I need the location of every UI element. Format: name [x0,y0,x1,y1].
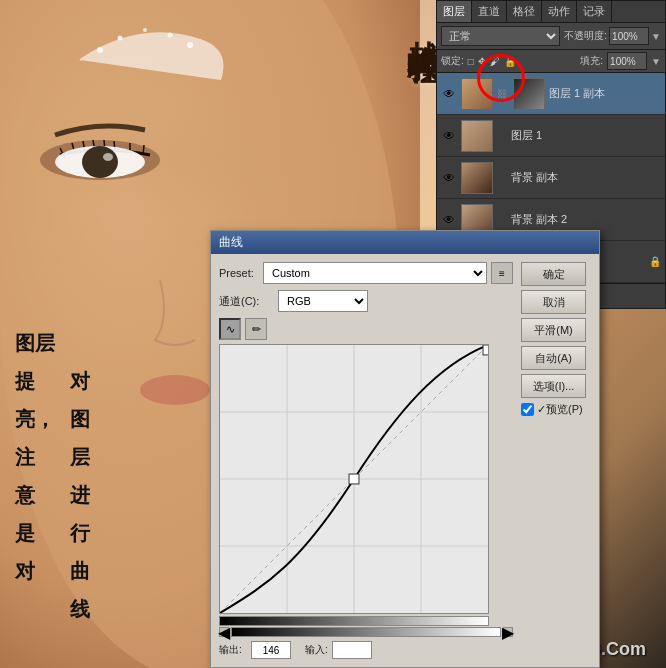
left-text: 图层 提亮，注意是对 对图层进行曲线 [15,324,90,628]
tab-actions[interactable]: 动作 [542,1,577,22]
output-gradient-row: ◀ ▶ [219,627,513,637]
output-label: 输出: [219,643,247,657]
output-gradient-handle-right[interactable]: ▶ [503,627,513,637]
gradient-bars [219,616,513,626]
lock-icon-move[interactable]: ✥ [478,56,486,67]
svg-point-10 [187,42,193,48]
lock-label: 锁定: [441,54,464,68]
tab-history[interactable]: 记录 [577,1,612,22]
curve-pencil-btn[interactable]: ✏ [245,318,267,340]
layer-eye-copy1[interactable]: 👁 [441,86,457,102]
layer-lock-icon: 🔒 [649,256,661,267]
svg-rect-73 [483,345,488,355]
curves-body: Preset: Custom ≡ 通道(C): RGB ∿ ✏ [211,254,599,667]
output-gradient [231,627,501,637]
curves-right: 确定 取消 平滑(M) 自动(A) 选项(I)... ✓预览(P) [521,262,591,659]
svg-point-3 [82,146,118,178]
layer-thumb-bg-copy [461,162,493,194]
channel-label: 通道(C): [219,294,274,309]
preset-row: Preset: Custom ≡ [219,262,513,284]
preset-label: Preset: [219,267,259,279]
opacity-input[interactable] [609,27,649,45]
left-text-line1: 图层 [15,324,90,362]
curve-edit-btn[interactable]: ∿ [219,318,241,340]
confirm-button[interactable]: 确定 [521,262,586,286]
cancel-button[interactable]: 取消 [521,290,586,314]
svg-point-5 [140,375,210,405]
fill-label: 填充: [580,54,603,68]
output-gradient-handle-left[interactable]: ◀ [219,627,229,637]
curves-left: Preset: Custom ≡ 通道(C): RGB ∿ ✏ [219,262,513,659]
preview-checkbox-row: ✓预览(P) [521,402,591,417]
channel-select[interactable]: RGB [278,290,368,312]
curves-graph[interactable] [219,344,489,614]
layer-item-copy1[interactable]: 👁 ⛓ 图层 1 副本 [437,73,665,115]
input-label: 输入: [305,643,328,657]
fill-lock-row: 锁定: □ ✥ 🖌 🔒 填充: ▼ [437,50,665,73]
svg-point-7 [118,36,123,41]
output-value[interactable]: 146 [251,641,291,659]
layer-name-copy1: 图层 1 副本 [549,86,661,101]
layer-eye-bg-copy2[interactable]: 👁 [441,212,457,228]
opacity-control: 不透明度: ▼ [564,27,661,45]
chinese-title: 越峰教程 [345,15,445,35]
layer-thumb-1 [461,120,493,152]
lock-icon-paint[interactable]: 🖌 [490,56,500,67]
curve-tools: ∿ ✏ [219,318,513,340]
curves-svg [220,345,488,613]
layer-item-bg-copy[interactable]: 👁 背景 副本 [437,157,665,199]
options-button[interactable]: 选项(I)... [521,374,586,398]
layer-item-1[interactable]: 👁 图层 1 [437,115,665,157]
tab-channels[interactable]: 直道 [472,1,507,22]
channel-row: 通道(C): RGB [219,290,513,312]
tab-layers[interactable]: 图层 [437,1,472,22]
layer-name-1: 图层 1 [511,128,661,143]
preset-select[interactable]: Custom [263,262,487,284]
left-text-col2: 对图层进行曲线 [70,362,90,628]
layer-chain-copy1: ⛓ [497,88,507,99]
layer-eye-1[interactable]: 👁 [441,128,457,144]
auto-button[interactable]: 自动(A) [521,346,586,370]
tab-paths[interactable]: 格径 [507,1,542,22]
lock-icon-empty[interactable]: □ [468,56,474,67]
svg-point-6 [97,47,103,53]
svg-point-4 [103,153,113,161]
left-text-group: 提亮，注意是对 对图层进行曲线 [15,362,90,628]
layer-thumb-copy1 [461,78,493,110]
opacity-label: 不透明度: [564,29,607,43]
blend-opacity-row: 正常 不透明度: ▼ [437,23,665,50]
opacity-arrow[interactable]: ▼ [651,31,661,42]
fill-arrow[interactable]: ▼ [651,56,661,67]
preset-menu-btn[interactable]: ≡ [491,262,513,284]
preview-checkbox[interactable] [521,403,534,416]
layer-name-bg-copy2: 背景 副本 2 [511,212,661,227]
left-text-col1: 提亮，注意是对 [15,362,55,628]
layer-eye-bg-copy[interactable]: 👁 [441,170,457,186]
lock-icon-all[interactable]: 🔒 [504,56,516,67]
preview-label: ✓预览(P) [537,402,583,417]
curves-titlebar[interactable]: 曲线 [211,231,599,254]
input-gradient [219,616,489,626]
svg-point-8 [143,28,147,32]
blend-mode-select[interactable]: 正常 [441,26,560,46]
svg-rect-72 [349,474,359,484]
fill-input[interactable] [607,52,647,70]
curves-title: 曲线 [219,234,243,251]
input-value[interactable] [332,641,372,659]
main-container: 越峰教程 图层 提亮，注意是对 对图层进行曲线 UiBQ.Com 16 图层 直… [0,0,666,668]
curves-dialog: 曲线 Preset: Custom ≡ 通道(C): RGB [210,230,600,668]
smooth-button[interactable]: 平滑(M) [521,318,586,342]
output-input-row: 输出: 146 输入: [219,641,513,659]
layer-name-bg-copy: 背景 副本 [511,170,661,185]
svg-point-9 [168,33,173,38]
layer-mask-copy1 [513,78,545,110]
layers-tabs: 图层 直道 格径 动作 记录 [437,1,665,23]
